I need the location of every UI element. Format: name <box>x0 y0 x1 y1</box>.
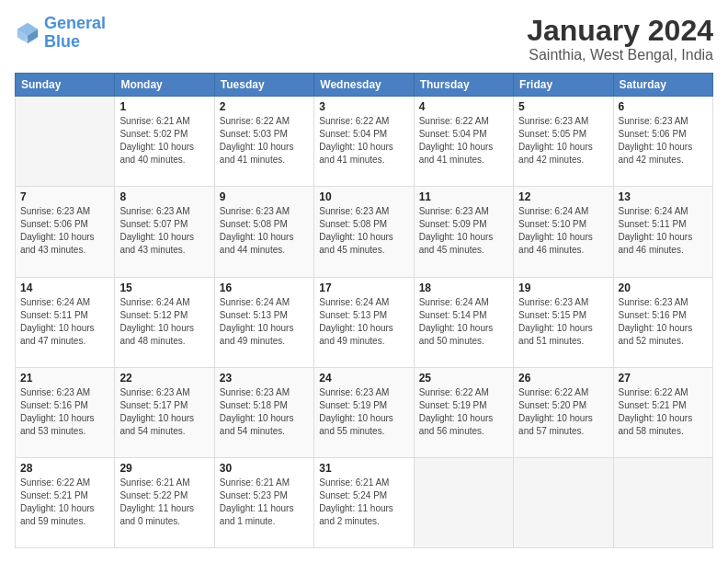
logo-line1: General <box>44 14 106 32</box>
day-info: Sunrise: 6:24 AM Sunset: 5:13 PM Dayligh… <box>319 296 408 348</box>
day-number: 2 <box>220 100 309 113</box>
calendar-cell <box>613 457 712 547</box>
calendar-cell: 10Sunrise: 6:23 AM Sunset: 5:08 PM Dayli… <box>314 187 414 277</box>
day-number: 12 <box>518 190 608 203</box>
week-row-1: 1Sunrise: 6:21 AM Sunset: 5:02 PM Daylig… <box>16 97 713 187</box>
calendar-cell: 18Sunrise: 6:24 AM Sunset: 5:14 PM Dayli… <box>414 277 513 367</box>
calendar-cell: 28Sunrise: 6:22 AM Sunset: 5:21 PM Dayli… <box>16 457 115 547</box>
day-number: 28 <box>20 462 109 475</box>
day-info: Sunrise: 6:23 AM Sunset: 5:18 PM Dayligh… <box>220 386 309 438</box>
day-info: Sunrise: 6:23 AM Sunset: 5:19 PM Dayligh… <box>319 386 408 438</box>
day-number: 24 <box>319 372 408 385</box>
calendar-cell: 6Sunrise: 6:23 AM Sunset: 5:06 PM Daylig… <box>613 97 712 187</box>
day-number: 6 <box>619 100 708 113</box>
day-number: 23 <box>220 372 309 385</box>
calendar-cell: 31Sunrise: 6:21 AM Sunset: 5:24 PM Dayli… <box>314 457 414 547</box>
day-info: Sunrise: 6:24 AM Sunset: 5:10 PM Dayligh… <box>518 205 608 257</box>
day-number: 22 <box>119 372 209 385</box>
day-number: 14 <box>20 282 109 294</box>
day-info: Sunrise: 6:24 AM Sunset: 5:14 PM Dayligh… <box>419 296 508 348</box>
week-row-5: 28Sunrise: 6:22 AM Sunset: 5:21 PM Dayli… <box>16 457 713 547</box>
calendar-cell: 27Sunrise: 6:22 AM Sunset: 5:21 PM Dayli… <box>613 367 712 457</box>
col-header-thursday: Thursday <box>414 74 513 97</box>
main-title: January 2024 <box>527 15 713 47</box>
day-info: Sunrise: 6:22 AM Sunset: 5:03 PM Dayligh… <box>220 115 309 167</box>
calendar-cell: 21Sunrise: 6:23 AM Sunset: 5:16 PM Dayli… <box>16 367 115 457</box>
day-info: Sunrise: 6:24 AM Sunset: 5:13 PM Dayligh… <box>220 296 309 348</box>
day-number: 18 <box>419 282 508 294</box>
col-header-saturday: Saturday <box>613 74 712 97</box>
day-info: Sunrise: 6:22 AM Sunset: 5:21 PM Dayligh… <box>619 386 708 438</box>
day-number: 17 <box>319 282 408 294</box>
calendar-cell: 30Sunrise: 6:21 AM Sunset: 5:23 PM Dayli… <box>214 457 313 547</box>
day-info: Sunrise: 6:22 AM Sunset: 5:04 PM Dayligh… <box>419 115 508 167</box>
calendar-cell: 1Sunrise: 6:21 AM Sunset: 5:02 PM Daylig… <box>115 97 214 187</box>
week-row-3: 14Sunrise: 6:24 AM Sunset: 5:11 PM Dayli… <box>16 277 713 367</box>
day-number: 4 <box>419 100 508 113</box>
day-number: 1 <box>119 100 209 113</box>
calendar-cell: 7Sunrise: 6:23 AM Sunset: 5:06 PM Daylig… <box>16 187 115 277</box>
col-header-tuesday: Tuesday <box>214 74 313 97</box>
logo: General Blue <box>15 15 106 52</box>
col-header-friday: Friday <box>514 74 613 97</box>
calendar-cell: 4Sunrise: 6:22 AM Sunset: 5:04 PM Daylig… <box>414 97 513 187</box>
calendar-cell: 5Sunrise: 6:23 AM Sunset: 5:05 PM Daylig… <box>514 97 613 187</box>
calendar-cell: 15Sunrise: 6:24 AM Sunset: 5:12 PM Dayli… <box>115 277 214 367</box>
calendar-cell: 12Sunrise: 6:24 AM Sunset: 5:10 PM Dayli… <box>514 187 613 277</box>
day-info: Sunrise: 6:23 AM Sunset: 5:16 PM Dayligh… <box>20 386 109 438</box>
day-number: 20 <box>619 282 708 294</box>
day-number: 15 <box>119 282 209 294</box>
calendar-cell: 22Sunrise: 6:23 AM Sunset: 5:17 PM Dayli… <box>115 367 214 457</box>
calendar-cell: 25Sunrise: 6:22 AM Sunset: 5:19 PM Dayli… <box>414 367 513 457</box>
day-info: Sunrise: 6:21 AM Sunset: 5:02 PM Dayligh… <box>119 115 209 167</box>
calendar-cell: 3Sunrise: 6:22 AM Sunset: 5:04 PM Daylig… <box>314 97 414 187</box>
header: General Blue January 2024 Sainthia, West… <box>15 15 713 63</box>
week-row-4: 21Sunrise: 6:23 AM Sunset: 5:16 PM Dayli… <box>16 367 713 457</box>
day-number: 8 <box>119 190 209 203</box>
calendar-cell: 29Sunrise: 6:21 AM Sunset: 5:22 PM Dayli… <box>115 457 214 547</box>
day-info: Sunrise: 6:23 AM Sunset: 5:06 PM Dayligh… <box>20 205 109 257</box>
day-info: Sunrise: 6:21 AM Sunset: 5:22 PM Dayligh… <box>119 477 209 528</box>
day-number: 9 <box>220 190 309 203</box>
calendar-cell: 14Sunrise: 6:24 AM Sunset: 5:11 PM Dayli… <box>16 277 115 367</box>
day-number: 11 <box>419 190 508 203</box>
day-number: 19 <box>518 282 608 294</box>
day-info: Sunrise: 6:23 AM Sunset: 5:07 PM Dayligh… <box>119 205 209 257</box>
day-info: Sunrise: 6:23 AM Sunset: 5:08 PM Dayligh… <box>319 205 408 257</box>
day-number: 10 <box>319 190 408 203</box>
day-number: 21 <box>20 372 109 385</box>
calendar-cell: 23Sunrise: 6:23 AM Sunset: 5:18 PM Dayli… <box>214 367 313 457</box>
page: General Blue January 2024 Sainthia, West… <box>0 0 728 563</box>
day-info: Sunrise: 6:23 AM Sunset: 5:16 PM Dayligh… <box>619 296 708 348</box>
day-info: Sunrise: 6:22 AM Sunset: 5:20 PM Dayligh… <box>518 386 608 438</box>
day-info: Sunrise: 6:22 AM Sunset: 5:21 PM Dayligh… <box>20 477 109 528</box>
logo-icon <box>15 20 40 46</box>
calendar-cell <box>514 457 613 547</box>
day-info: Sunrise: 6:23 AM Sunset: 5:08 PM Dayligh… <box>220 205 309 257</box>
title-area: January 2024 Sainthia, West Bengal, Indi… <box>527 15 713 63</box>
calendar-cell: 11Sunrise: 6:23 AM Sunset: 5:09 PM Dayli… <box>414 187 513 277</box>
col-header-sunday: Sunday <box>16 74 115 97</box>
header-row: SundayMondayTuesdayWednesdayThursdayFrid… <box>16 74 713 97</box>
day-info: Sunrise: 6:23 AM Sunset: 5:17 PM Dayligh… <box>119 386 209 438</box>
day-number: 13 <box>619 190 708 203</box>
day-info: Sunrise: 6:23 AM Sunset: 5:09 PM Dayligh… <box>419 205 508 257</box>
day-info: Sunrise: 6:22 AM Sunset: 5:19 PM Dayligh… <box>419 386 508 438</box>
day-number: 16 <box>220 282 309 294</box>
calendar-cell: 9Sunrise: 6:23 AM Sunset: 5:08 PM Daylig… <box>214 187 313 277</box>
calendar-cell: 24Sunrise: 6:23 AM Sunset: 5:19 PM Dayli… <box>314 367 414 457</box>
calendar-cell: 2Sunrise: 6:22 AM Sunset: 5:03 PM Daylig… <box>214 97 313 187</box>
day-number: 29 <box>119 462 209 475</box>
day-info: Sunrise: 6:23 AM Sunset: 5:06 PM Dayligh… <box>619 115 708 167</box>
day-info: Sunrise: 6:21 AM Sunset: 5:24 PM Dayligh… <box>319 477 408 528</box>
day-info: Sunrise: 6:23 AM Sunset: 5:15 PM Dayligh… <box>518 296 608 348</box>
day-number: 27 <box>619 372 708 385</box>
logo-text: General Blue <box>44 15 106 52</box>
calendar-cell <box>414 457 513 547</box>
col-header-monday: Monday <box>115 74 214 97</box>
day-info: Sunrise: 6:24 AM Sunset: 5:12 PM Dayligh… <box>119 296 209 348</box>
calendar-cell: 20Sunrise: 6:23 AM Sunset: 5:16 PM Dayli… <box>613 277 712 367</box>
day-info: Sunrise: 6:21 AM Sunset: 5:23 PM Dayligh… <box>220 477 309 528</box>
calendar-cell: 16Sunrise: 6:24 AM Sunset: 5:13 PM Dayli… <box>214 277 313 367</box>
day-number: 3 <box>319 100 408 113</box>
